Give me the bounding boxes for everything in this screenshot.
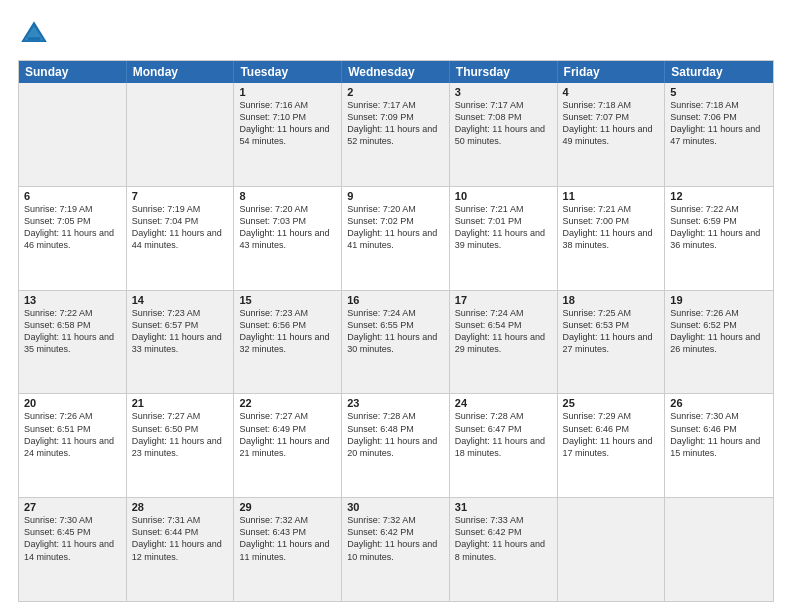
cell-daylight-info: Sunrise: 7:31 AM Sunset: 6:44 PM Dayligh…: [132, 514, 229, 563]
cell-daylight-info: Sunrise: 7:24 AM Sunset: 6:55 PM Dayligh…: [347, 307, 444, 356]
cal-cell: 23Sunrise: 7:28 AM Sunset: 6:48 PM Dayli…: [342, 394, 450, 497]
cal-cell: 21Sunrise: 7:27 AM Sunset: 6:50 PM Dayli…: [127, 394, 235, 497]
cell-daylight-info: Sunrise: 7:23 AM Sunset: 6:56 PM Dayligh…: [239, 307, 336, 356]
weekday-header-tuesday: Tuesday: [234, 61, 342, 83]
cal-cell: 3Sunrise: 7:17 AM Sunset: 7:08 PM Daylig…: [450, 83, 558, 186]
cell-daylight-info: Sunrise: 7:20 AM Sunset: 7:02 PM Dayligh…: [347, 203, 444, 252]
cal-cell: 4Sunrise: 7:18 AM Sunset: 7:07 PM Daylig…: [558, 83, 666, 186]
day-number: 22: [239, 397, 336, 409]
cell-daylight-info: Sunrise: 7:27 AM Sunset: 6:50 PM Dayligh…: [132, 410, 229, 459]
cal-cell: 18Sunrise: 7:25 AM Sunset: 6:53 PM Dayli…: [558, 291, 666, 394]
cal-cell: 27Sunrise: 7:30 AM Sunset: 6:45 PM Dayli…: [19, 498, 127, 601]
cal-cell: 17Sunrise: 7:24 AM Sunset: 6:54 PM Dayli…: [450, 291, 558, 394]
day-number: 16: [347, 294, 444, 306]
day-number: 4: [563, 86, 660, 98]
cell-daylight-info: Sunrise: 7:32 AM Sunset: 6:42 PM Dayligh…: [347, 514, 444, 563]
cell-daylight-info: Sunrise: 7:24 AM Sunset: 6:54 PM Dayligh…: [455, 307, 552, 356]
cell-daylight-info: Sunrise: 7:33 AM Sunset: 6:42 PM Dayligh…: [455, 514, 552, 563]
cal-cell: 13Sunrise: 7:22 AM Sunset: 6:58 PM Dayli…: [19, 291, 127, 394]
cell-daylight-info: Sunrise: 7:21 AM Sunset: 7:00 PM Dayligh…: [563, 203, 660, 252]
cal-cell: 16Sunrise: 7:24 AM Sunset: 6:55 PM Dayli…: [342, 291, 450, 394]
calendar-row-4: 20Sunrise: 7:26 AM Sunset: 6:51 PM Dayli…: [19, 393, 773, 497]
cell-daylight-info: Sunrise: 7:22 AM Sunset: 6:59 PM Dayligh…: [670, 203, 768, 252]
calendar-row-2: 6Sunrise: 7:19 AM Sunset: 7:05 PM Daylig…: [19, 186, 773, 290]
day-number: 18: [563, 294, 660, 306]
cell-daylight-info: Sunrise: 7:19 AM Sunset: 7:05 PM Dayligh…: [24, 203, 121, 252]
cell-daylight-info: Sunrise: 7:30 AM Sunset: 6:46 PM Dayligh…: [670, 410, 768, 459]
day-number: 30: [347, 501, 444, 513]
cal-cell: 2Sunrise: 7:17 AM Sunset: 7:09 PM Daylig…: [342, 83, 450, 186]
cell-daylight-info: Sunrise: 7:22 AM Sunset: 6:58 PM Dayligh…: [24, 307, 121, 356]
cal-cell: 24Sunrise: 7:28 AM Sunset: 6:47 PM Dayli…: [450, 394, 558, 497]
day-number: 14: [132, 294, 229, 306]
day-number: 1: [239, 86, 336, 98]
logo-icon: [18, 18, 50, 50]
day-number: 10: [455, 190, 552, 202]
day-number: 8: [239, 190, 336, 202]
cal-cell: [127, 83, 235, 186]
cell-daylight-info: Sunrise: 7:30 AM Sunset: 6:45 PM Dayligh…: [24, 514, 121, 563]
weekday-header-thursday: Thursday: [450, 61, 558, 83]
cal-cell: 6Sunrise: 7:19 AM Sunset: 7:05 PM Daylig…: [19, 187, 127, 290]
cell-daylight-info: Sunrise: 7:28 AM Sunset: 6:48 PM Dayligh…: [347, 410, 444, 459]
logo: [18, 18, 54, 50]
cell-daylight-info: Sunrise: 7:18 AM Sunset: 7:06 PM Dayligh…: [670, 99, 768, 148]
day-number: 12: [670, 190, 768, 202]
calendar-row-5: 27Sunrise: 7:30 AM Sunset: 6:45 PM Dayli…: [19, 497, 773, 601]
cal-cell: 22Sunrise: 7:27 AM Sunset: 6:49 PM Dayli…: [234, 394, 342, 497]
day-number: 28: [132, 501, 229, 513]
weekday-header-saturday: Saturday: [665, 61, 773, 83]
day-number: 24: [455, 397, 552, 409]
day-number: 21: [132, 397, 229, 409]
day-number: 6: [24, 190, 121, 202]
weekday-header-friday: Friday: [558, 61, 666, 83]
day-number: 2: [347, 86, 444, 98]
cal-cell: 1Sunrise: 7:16 AM Sunset: 7:10 PM Daylig…: [234, 83, 342, 186]
cal-cell: 20Sunrise: 7:26 AM Sunset: 6:51 PM Dayli…: [19, 394, 127, 497]
weekday-header-sunday: Sunday: [19, 61, 127, 83]
cal-cell: 11Sunrise: 7:21 AM Sunset: 7:00 PM Dayli…: [558, 187, 666, 290]
cal-cell: 28Sunrise: 7:31 AM Sunset: 6:44 PM Dayli…: [127, 498, 235, 601]
header: [18, 18, 774, 50]
cal-cell: 5Sunrise: 7:18 AM Sunset: 7:06 PM Daylig…: [665, 83, 773, 186]
cal-cell: 19Sunrise: 7:26 AM Sunset: 6:52 PM Dayli…: [665, 291, 773, 394]
cal-cell: 9Sunrise: 7:20 AM Sunset: 7:02 PM Daylig…: [342, 187, 450, 290]
cal-cell: [19, 83, 127, 186]
day-number: 5: [670, 86, 768, 98]
day-number: 11: [563, 190, 660, 202]
cell-daylight-info: Sunrise: 7:18 AM Sunset: 7:07 PM Dayligh…: [563, 99, 660, 148]
cell-daylight-info: Sunrise: 7:19 AM Sunset: 7:04 PM Dayligh…: [132, 203, 229, 252]
cell-daylight-info: Sunrise: 7:27 AM Sunset: 6:49 PM Dayligh…: [239, 410, 336, 459]
cell-daylight-info: Sunrise: 7:17 AM Sunset: 7:08 PM Dayligh…: [455, 99, 552, 148]
calendar-header: SundayMondayTuesdayWednesdayThursdayFrid…: [19, 61, 773, 83]
day-number: 3: [455, 86, 552, 98]
cal-cell: 7Sunrise: 7:19 AM Sunset: 7:04 PM Daylig…: [127, 187, 235, 290]
cell-daylight-info: Sunrise: 7:16 AM Sunset: 7:10 PM Dayligh…: [239, 99, 336, 148]
cell-daylight-info: Sunrise: 7:17 AM Sunset: 7:09 PM Dayligh…: [347, 99, 444, 148]
cal-cell: 25Sunrise: 7:29 AM Sunset: 6:46 PM Dayli…: [558, 394, 666, 497]
day-number: 23: [347, 397, 444, 409]
cal-cell: 15Sunrise: 7:23 AM Sunset: 6:56 PM Dayli…: [234, 291, 342, 394]
cell-daylight-info: Sunrise: 7:20 AM Sunset: 7:03 PM Dayligh…: [239, 203, 336, 252]
cal-cell: [558, 498, 666, 601]
day-number: 20: [24, 397, 121, 409]
day-number: 26: [670, 397, 768, 409]
day-number: 7: [132, 190, 229, 202]
calendar-row-3: 13Sunrise: 7:22 AM Sunset: 6:58 PM Dayli…: [19, 290, 773, 394]
svg-rect-2: [28, 37, 41, 40]
day-number: 17: [455, 294, 552, 306]
weekday-header-monday: Monday: [127, 61, 235, 83]
cal-cell: 26Sunrise: 7:30 AM Sunset: 6:46 PM Dayli…: [665, 394, 773, 497]
day-number: 13: [24, 294, 121, 306]
cal-cell: 31Sunrise: 7:33 AM Sunset: 6:42 PM Dayli…: [450, 498, 558, 601]
day-number: 25: [563, 397, 660, 409]
cell-daylight-info: Sunrise: 7:23 AM Sunset: 6:57 PM Dayligh…: [132, 307, 229, 356]
cell-daylight-info: Sunrise: 7:21 AM Sunset: 7:01 PM Dayligh…: [455, 203, 552, 252]
cell-daylight-info: Sunrise: 7:26 AM Sunset: 6:52 PM Dayligh…: [670, 307, 768, 356]
cal-cell: 30Sunrise: 7:32 AM Sunset: 6:42 PM Dayli…: [342, 498, 450, 601]
cal-cell: 29Sunrise: 7:32 AM Sunset: 6:43 PM Dayli…: [234, 498, 342, 601]
cal-cell: 8Sunrise: 7:20 AM Sunset: 7:03 PM Daylig…: [234, 187, 342, 290]
page: SundayMondayTuesdayWednesdayThursdayFrid…: [0, 0, 792, 612]
weekday-header-wednesday: Wednesday: [342, 61, 450, 83]
day-number: 15: [239, 294, 336, 306]
